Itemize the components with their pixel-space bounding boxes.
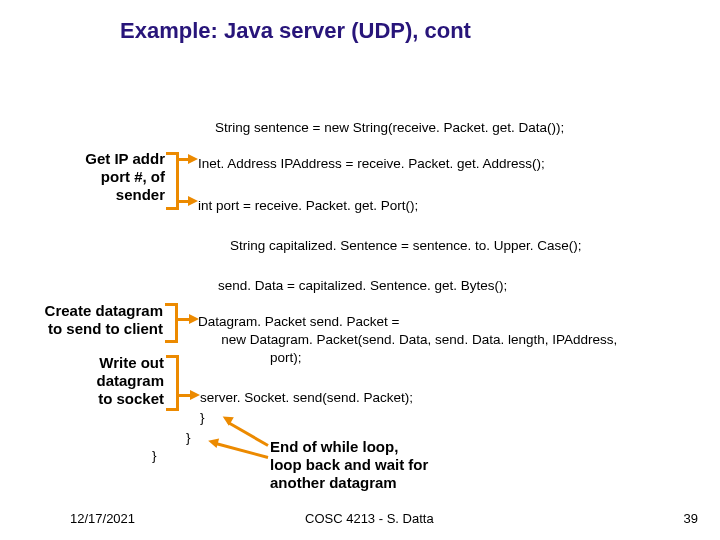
annot-line: loop back and wait for xyxy=(270,456,428,473)
code-line: } xyxy=(152,448,157,463)
code-line: String sentence = new String(receive. Pa… xyxy=(215,120,564,135)
footer-date: 12/17/2021 xyxy=(70,511,135,526)
annot-get-ip: Get IP addr port #, of sender xyxy=(60,150,165,204)
code-line: } xyxy=(186,430,191,445)
code-line: new Datagram. Packet(send. Data, send. D… xyxy=(210,332,617,347)
annot-line: Get IP addr xyxy=(85,150,165,167)
arrow-head-icon xyxy=(207,436,219,448)
annot-write-out: Write out datagram to socket xyxy=(66,354,164,408)
code-line: int port = receive. Packet. get. Port(); xyxy=(198,198,418,213)
code-line: String capitalized. Sentence = sentence.… xyxy=(230,238,582,253)
annot-line: port #, of xyxy=(101,168,165,185)
arrow-head-icon xyxy=(188,196,198,206)
annot-line: datagram xyxy=(96,372,164,389)
code-line: } xyxy=(200,410,205,425)
annot-line: to socket xyxy=(98,390,164,407)
annot-end-while: End of while loop, loop back and wait fo… xyxy=(270,438,480,492)
annot-line: another datagram xyxy=(270,474,397,491)
annot-create-datagram: Create datagram to send to client xyxy=(18,302,163,338)
arrow-icon xyxy=(227,421,268,447)
annot-line: sender xyxy=(116,186,165,203)
arrow-head-icon xyxy=(190,390,200,400)
arrow-icon xyxy=(214,442,268,459)
code-line: send. Data = capitalized. Sentence. get.… xyxy=(218,278,507,293)
footer-course: COSC 4213 - S. Datta xyxy=(305,511,434,526)
annot-line: End of while loop, xyxy=(270,438,398,455)
annot-line: Write out xyxy=(99,354,164,371)
annot-line: to send to client xyxy=(48,320,163,337)
code-line: port); xyxy=(270,350,302,365)
bracket-icon xyxy=(166,355,179,411)
slide-title: Example: Java server (UDP), cont xyxy=(120,18,471,44)
code-line: Datagram. Packet send. Packet = xyxy=(198,314,399,329)
footer-page-number: 39 xyxy=(684,511,698,526)
bracket-icon xyxy=(165,303,178,343)
code-line: Inet. Address IPAddress = receive. Packe… xyxy=(198,156,545,171)
code-line: server. Socket. send(send. Packet); xyxy=(200,390,413,405)
annot-line: Create datagram xyxy=(45,302,163,319)
arrow-head-icon xyxy=(188,154,198,164)
